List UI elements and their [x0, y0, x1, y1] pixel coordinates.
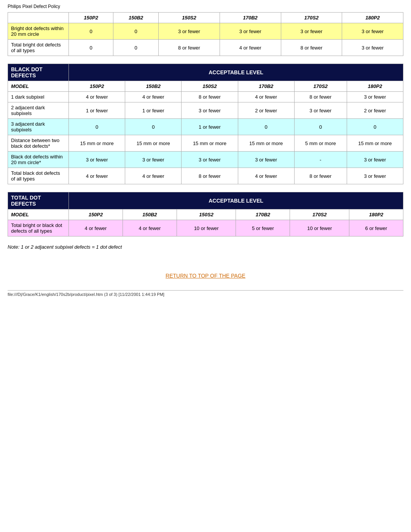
- total-dot-table: TOTAL DOT DEFECTSACCEPTABLE LEVELMODEL15…: [8, 192, 403, 236]
- black-dot-acceptable-header: ACCEPTABLE LEVEL: [69, 64, 403, 81]
- note: Note: 1 or 2 adjacent subpixel defects =…: [8, 244, 403, 250]
- black-dot-header: BLACK DOT DEFECTS: [8, 64, 69, 81]
- page-title: Philips Pixel Defect Policy: [8, 4, 403, 9]
- total-dot-header: TOTAL DOT DEFECTS: [8, 192, 69, 209]
- total-dot-acceptable-header: ACCEPTABLE LEVEL: [69, 192, 403, 209]
- return-to-top-link[interactable]: RETURN TO TOP OF THE PAGE: [166, 273, 245, 279]
- return-link-container: RETURN TO TOP OF THE PAGE: [8, 273, 403, 279]
- footer: file:///D|/Grace/K1/english/170s2b/produ…: [8, 290, 403, 297]
- black-dot-table: BLACK DOT DEFECTSACCEPTABLE LEVELMODEL15…: [8, 64, 403, 184]
- bright-dot-table: 150P2150B2150S2170B2170S2180P2Bright dot…: [8, 12, 403, 56]
